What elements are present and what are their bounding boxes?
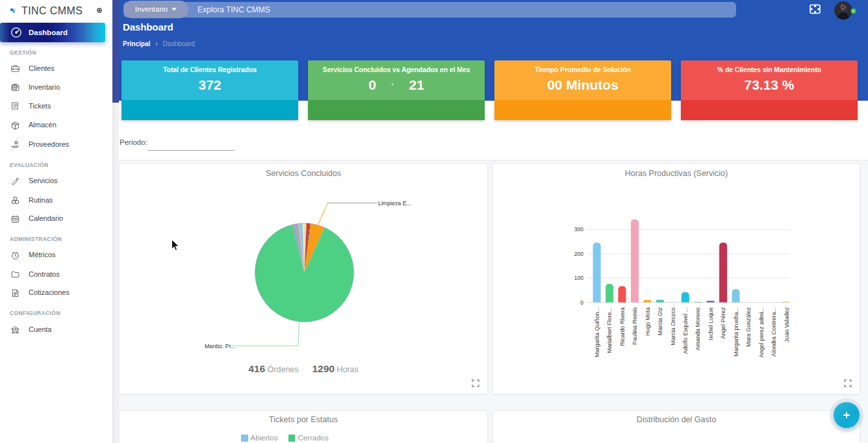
svg-text:Mara González: Mara González [745,307,752,348]
svg-text:100: 100 [574,275,583,281]
svg-text:Margarita Quiñon...: Margarita Quiñon... [594,307,600,357]
svg-text:Amanda Moreno: Amanda Moreno [695,307,701,351]
svg-text:300: 300 [574,226,583,233]
svg-text:Angel perez admi...: Angel perez admi... [758,307,765,358]
svg-text:Paulina Remis: Paulina Remis [632,307,638,346]
svg-text:Marcia Gtz: Marcia Gtz [657,307,663,336]
svg-text:Hugo Mota: Hugo Mota [645,307,651,336]
svg-text:Alondra Contrera...: Alondra Contrera... [771,307,777,357]
svg-text:Ángel Pérez: Ángel Pérez [720,307,726,340]
svg-text:0: 0 [580,299,583,306]
svg-text:Mantto. Pr...: Mantto. Pr... [205,343,235,349]
svg-text:Adolfo Esquivel ...: Adolfo Esquivel ... [682,307,689,354]
svg-text:Juan Valadez: Juan Valadez [784,307,790,342]
svg-text:Marcia Orozco: Marcia Orozco [670,307,676,346]
svg-text:200: 200 [574,251,583,257]
svg-text:Ixchel Luque: Ixchel Luque [708,307,714,340]
svg-text:Marialbert Flore...: Marialbert Flore... [606,307,613,353]
svg-text:Margarita prueba...: Margarita prueba... [733,307,739,357]
svg-text:Limpieza E...: Limpieza E... [378,200,411,207]
svg-text:Ricardo Rivera: Ricardo Rivera [619,307,626,346]
